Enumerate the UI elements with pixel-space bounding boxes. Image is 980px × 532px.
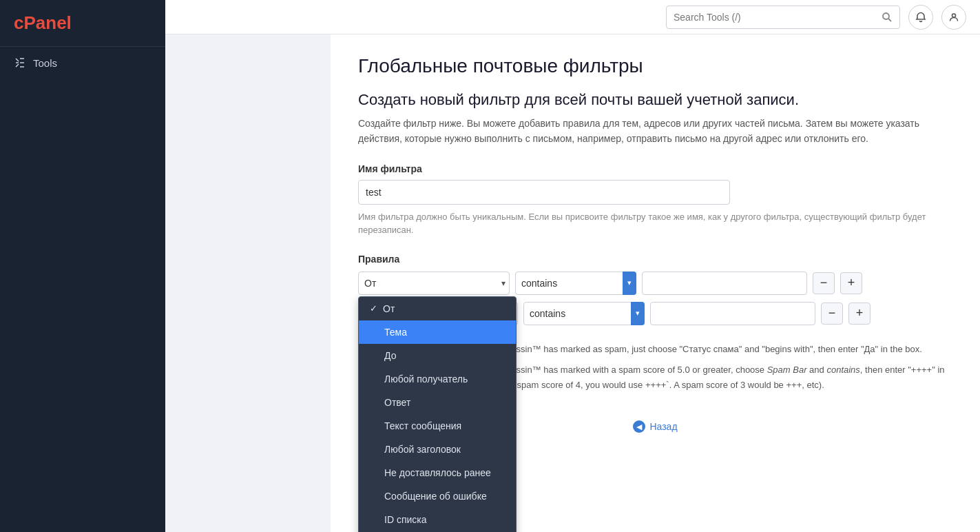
dropdown-item-any-recipient[interactable]: Любой получатель [359, 367, 516, 391]
condition-select-wrapper: От ▾ ✓ От Тема До [358, 272, 510, 295]
dropdown-item-reply[interactable]: Ответ [359, 391, 516, 414]
sidebar-item-tools[interactable]: Tools [0, 47, 165, 79]
dropdown-item-message-body[interactable]: Текст сообщения [359, 414, 516, 438]
user-button[interactable] [941, 5, 966, 30]
operator-select-2[interactable]: contains [523, 302, 634, 325]
hint2-italic1: Spam Bar [767, 365, 807, 375]
search-input[interactable] [674, 12, 882, 23]
condition-dropdown: ✓ От Тема До Любой получатель [358, 296, 517, 532]
logo-c: c [14, 12, 23, 33]
hint2-italic2: contains [826, 365, 859, 375]
operator-select-wrapper: contains ▾ [515, 272, 636, 295]
filter-name-label: Имя фильтра [358, 163, 952, 174]
dropdown-item-from[interactable]: ✓ От [359, 297, 516, 320]
operator-blue-btn-2[interactable]: ▾ [631, 302, 645, 325]
back-link[interactable]: ◀ Назад [633, 420, 677, 433]
rule-add-button-2[interactable]: + [848, 303, 870, 325]
notifications-button[interactable] [908, 5, 933, 30]
section-title: Создать новый фильтр для всей почты ваше… [358, 91, 952, 109]
dropdown-item-subject-label: Тема [384, 327, 407, 338]
rules-label: Правила [358, 254, 952, 265]
dropdown-item-to[interactable]: До [359, 344, 516, 367]
header [165, 0, 980, 34]
operator-select[interactable]: contains [515, 272, 625, 295]
dropdown-item-subject[interactable]: Тема [359, 320, 516, 344]
logo-area: cPanel [0, 0, 165, 47]
svg-point-0 [883, 13, 889, 19]
dropdown-item-not-delivered[interactable]: Не доставлялось ранее [359, 461, 516, 484]
main-content: Глобальные почтовые фильтры Создать новы… [331, 34, 980, 532]
rule-remove-button-1[interactable]: − [813, 272, 835, 294]
filter-name-section: Имя фильтра Имя фильтра должно быть уник… [358, 163, 952, 237]
hint2-and: and [807, 365, 827, 375]
dropdown-item-not-delivered-label: Не доставлялось ранее [384, 467, 491, 478]
page-title: Глобальные почтовые фильтры [358, 55, 952, 77]
search-button[interactable] [882, 12, 893, 23]
condition-select[interactable]: От [358, 272, 510, 295]
rules-section: Правила От ▾ ✓ От Тема [358, 254, 952, 325]
svg-point-2 [952, 14, 956, 17]
dropdown-item-list-id-label: ID списка [384, 514, 427, 525]
sidebar-tools-label: Tools [33, 57, 57, 69]
dropdown-item-list-id[interactable]: ID списка [359, 508, 516, 531]
dropdown-item-error-message[interactable]: Сообщение об ошибке [359, 484, 516, 508]
rule-value-input-2[interactable] [650, 302, 815, 325]
rule-row-1: От ▾ ✓ От Тема До [358, 272, 952, 295]
dropdown-item-any-header[interactable]: Любой заголовок [359, 438, 516, 461]
operator-select-wrapper-2: contains ▾ [523, 302, 645, 325]
sidebar: cPanel Tools [0, 0, 165, 532]
back-label: Назад [649, 421, 677, 432]
description: Создайте фильтр ниже. Вы можете добавить… [358, 116, 952, 147]
operator-blue-btn[interactable]: ▾ [623, 272, 636, 295]
check-icon: ✓ [370, 303, 377, 314]
logo-rest: Panel [23, 12, 71, 33]
rule-value-input-1[interactable] [642, 272, 807, 295]
rule-remove-button-2[interactable]: − [821, 303, 843, 325]
svg-line-1 [888, 19, 891, 21]
rule-add-button-1[interactable]: + [840, 272, 862, 294]
search-box[interactable] [666, 6, 900, 29]
dropdown-item-message-body-label: Текст сообщения [384, 420, 461, 431]
filter-name-input[interactable] [358, 180, 730, 205]
cpanel-logo: cPanel [14, 12, 152, 34]
filter-name-hint: Имя фильтра должно быть уникальным. Если… [358, 210, 952, 237]
dropdown-item-any-recipient-label: Любой получатель [384, 374, 468, 385]
tools-icon [14, 57, 26, 69]
dropdown-item-reply-label: Ответ [384, 397, 410, 408]
dropdown-item-to-label: До [384, 350, 396, 361]
back-icon: ◀ [633, 420, 645, 433]
dropdown-item-error-message-label: Сообщение об ошибке [384, 491, 487, 502]
dropdown-item-any-header-label: Любой заголовок [384, 444, 461, 455]
dropdown-item-from-label: От [383, 303, 395, 314]
